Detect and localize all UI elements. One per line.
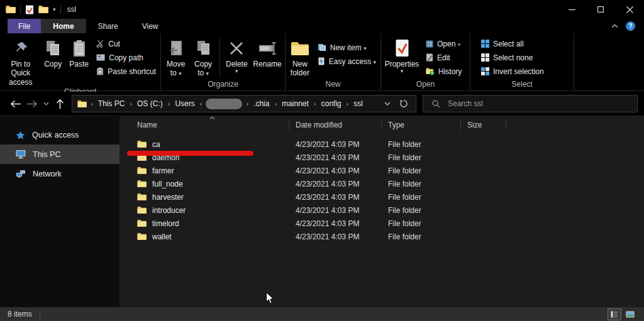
- breadcrumb-item[interactable]: .chia: [252, 99, 270, 108]
- recent-locations-caret-icon[interactable]: [40, 102, 52, 106]
- easy-access-button[interactable]: Easy access ▾: [316, 55, 378, 67]
- folder-icon: [137, 232, 147, 241]
- refresh-icon[interactable]: [399, 99, 408, 108]
- redacted-username: [206, 99, 242, 109]
- details-view-button[interactable]: [608, 309, 621, 320]
- file-name-cell: introducer: [119, 206, 289, 215]
- breadcrumb-separator: ›: [87, 100, 97, 107]
- qat-properties-icon[interactable]: [25, 5, 34, 14]
- move-to-button[interactable]: Move to ▾: [162, 35, 189, 78]
- qat-new-folder-icon[interactable]: [38, 5, 48, 14]
- sidebar-item-this-pc[interactable]: This PC: [0, 144, 119, 164]
- history-button[interactable]: History: [424, 65, 464, 77]
- tab-home[interactable]: Home: [41, 19, 86, 33]
- forward-button[interactable]: [24, 100, 40, 108]
- sidebar-item-network[interactable]: Network: [0, 164, 119, 183]
- button-label: New item ▾: [330, 43, 367, 52]
- column-header-name[interactable]: Name: [119, 120, 289, 130]
- button-label: Select all: [493, 40, 524, 48]
- table-row[interactable]: introducer 4/23/2021 4:03 PM File folder: [119, 204, 644, 217]
- breadcrumb-item[interactable]: config: [319, 99, 342, 108]
- address-dropdown-caret-icon[interactable]: [384, 102, 391, 106]
- paste-shortcut-button[interactable]: Paste shortcut: [94, 65, 158, 77]
- divider: [60, 5, 61, 14]
- column-header-type[interactable]: Type: [382, 120, 461, 130]
- delete-button[interactable]: Delete ▾: [223, 35, 251, 74]
- table-row[interactable]: ca 4/23/2021 4:03 PM File folder: [119, 138, 644, 151]
- help-icon[interactable]: ?: [626, 21, 635, 31]
- breadcrumb-separator: ›: [343, 100, 353, 107]
- select-all-icon: [481, 40, 489, 48]
- search-input[interactable]: Search ssl: [423, 95, 638, 112]
- table-row[interactable]: timelord 4/23/2021 4:03 PM File folder: [119, 217, 644, 230]
- table-row[interactable]: full_node 4/23/2021 4:03 PM File folder: [119, 177, 644, 190]
- column-header-row: Name Date modified Type Size: [119, 116, 644, 134]
- column-header-size[interactable]: Size: [461, 120, 506, 130]
- maximize-button[interactable]: [586, 0, 615, 19]
- delete-icon: [229, 37, 244, 60]
- file-date-cell: 4/23/2021 4:03 PM: [289, 232, 382, 241]
- breadcrumb-separator: ›: [242, 100, 252, 107]
- large-icons-view-button[interactable]: [624, 309, 636, 320]
- invert-selection-button[interactable]: Invert selection: [479, 65, 546, 77]
- breadcrumb-item[interactable]: Users: [174, 99, 196, 108]
- new-item-button[interactable]: New item ▾: [316, 41, 378, 53]
- button-label: Properties: [385, 60, 419, 68]
- file-type-cell: File folder: [382, 232, 461, 241]
- breadcrumb-item[interactable]: ssl: [352, 99, 364, 108]
- up-button[interactable]: [52, 99, 68, 109]
- address-bar[interactable]: ›This PC›OS (C:)›Users››.chia›mainnet›co…: [72, 95, 416, 112]
- status-bar: 8 items: [0, 307, 644, 321]
- new-folder-button[interactable]: New folder: [287, 35, 313, 78]
- table-row[interactable]: farmer 4/23/2021 4:03 PM File folder: [119, 164, 644, 177]
- button-label: History: [438, 67, 462, 76]
- copy-button[interactable]: Copy: [40, 35, 65, 68]
- tab-view[interactable]: View: [130, 19, 170, 33]
- navigation-pane: Quick access This PC Network: [0, 116, 119, 307]
- select-none-icon: [481, 53, 489, 62]
- breadcrumb-item[interactable]: mainnet: [280, 99, 310, 108]
- collapse-ribbon-icon[interactable]: [611, 24, 618, 28]
- button-label: Edit: [437, 53, 450, 62]
- breadcrumb-separator: ›: [310, 100, 320, 107]
- copy-to-button[interactable]: Copy to ▾: [189, 35, 216, 78]
- new-item-icon: [318, 43, 326, 52]
- button-label: Delete: [226, 60, 248, 68]
- breadcrumb-separator: ›: [196, 100, 206, 107]
- close-button[interactable]: [615, 0, 644, 19]
- breadcrumb-item[interactable]: OS (C:): [136, 99, 164, 108]
- rename-button[interactable]: Rename: [251, 35, 284, 68]
- paste-button[interactable]: Paste: [66, 35, 92, 68]
- open-button[interactable]: Open ▾: [424, 38, 464, 50]
- file-name: wallet: [152, 232, 172, 241]
- back-button[interactable]: [8, 100, 24, 108]
- sidebar-item-label: Quick access: [32, 131, 79, 139]
- ribbon-group-new: New folder New item ▾ Easy access ▾ New: [286, 33, 381, 90]
- button-label: New folder: [289, 60, 311, 78]
- copy-icon: [45, 37, 61, 60]
- breadcrumb-item[interactable]: This PC: [97, 99, 126, 108]
- button-label: Copy: [44, 60, 62, 68]
- column-header-date-modified[interactable]: Date modified: [289, 120, 382, 130]
- file-type-cell: File folder: [382, 180, 461, 188]
- sidebar-item-quick-access[interactable]: Quick access: [0, 125, 119, 144]
- table-row[interactable]: wallet 4/23/2021 4:03 PM File folder: [119, 230, 644, 243]
- network-icon: [16, 170, 26, 178]
- folder-icon: [137, 166, 147, 175]
- qat-customize-caret-icon[interactable]: ▾: [53, 7, 56, 13]
- select-none-button[interactable]: Select none: [479, 52, 546, 63]
- table-row[interactable]: harvester 4/23/2021 4:03 PM File folder: [119, 190, 644, 204]
- properties-button[interactable]: Properties ▾: [382, 35, 421, 74]
- pin-to-quick-access-button[interactable]: Pin to Quick access: [1, 35, 40, 87]
- cut-button[interactable]: Cut: [94, 38, 158, 50]
- minimize-button[interactable]: [557, 0, 586, 19]
- edit-button[interactable]: Edit: [424, 52, 464, 63]
- tab-file[interactable]: File: [8, 19, 41, 33]
- copy-path-button[interactable]: Copy path: [94, 52, 158, 63]
- file-type-cell: File folder: [382, 206, 461, 215]
- file-name-cell: farmer: [119, 166, 289, 175]
- select-all-button[interactable]: Select all: [479, 38, 546, 50]
- tab-share[interactable]: Share: [86, 19, 130, 33]
- file-type-cell: File folder: [382, 219, 461, 228]
- breadcrumb-separator: ›: [126, 100, 136, 107]
